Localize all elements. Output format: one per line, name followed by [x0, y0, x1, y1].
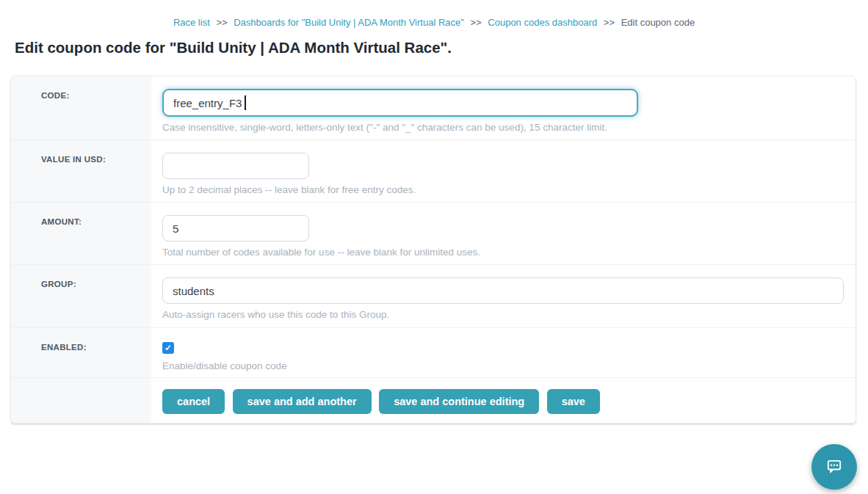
breadcrumb-separator: >>	[471, 17, 482, 28]
coupon-edit-form: CODE: Case insensitive, single-word, let…	[10, 76, 856, 424]
amount-label: AMOUNT:	[11, 203, 151, 264]
group-help-text: Auto-assign racers who use this code to …	[162, 309, 844, 320]
code-help-text: Case insensitive, single-word, letters-o…	[162, 122, 842, 133]
code-label: CODE:	[11, 76, 151, 139]
group-label: GROUP:	[11, 265, 151, 327]
buttons-row-spacer	[11, 378, 151, 423]
form-row-amount: AMOUNT: Total number of codes available …	[11, 203, 856, 265]
page-title: Edit coupon code for "Build Unity | ADA …	[15, 39, 868, 57]
amount-input[interactable]	[162, 215, 309, 241]
enabled-checkbox[interactable]: ✓	[162, 342, 174, 354]
form-row-code: CODE: Case insensitive, single-word, let…	[11, 76, 856, 140]
breadcrumb-separator: >>	[604, 17, 615, 28]
value-in-usd-label: VALUE IN USD:	[11, 140, 151, 202]
breadcrumb-coupon-codes-dashboard[interactable]: Coupon codes dashboard	[488, 17, 597, 28]
breadcrumb: Race list >> Dashboards for "Build Unity…	[0, 0, 868, 28]
text-cursor	[245, 95, 246, 110]
code-input[interactable]	[162, 89, 638, 117]
enabled-label: ENABLED:	[11, 328, 151, 377]
value-in-usd-input[interactable]	[162, 153, 309, 179]
value-in-usd-help-text: Up to 2 decimal places -- leave blank fo…	[162, 184, 842, 195]
form-row-group: GROUP: Auto-assign racers who use this c…	[11, 265, 856, 328]
cancel-button[interactable]: cancel	[162, 389, 225, 414]
breadcrumb-separator: >>	[216, 17, 227, 28]
save-button[interactable]: save	[547, 389, 600, 414]
save-and-continue-editing-button[interactable]: save and continue editing	[379, 389, 539, 414]
breadcrumb-dashboards[interactable]: Dashboards for "Build Unity | ADA Month …	[234, 17, 464, 28]
breadcrumb-race-list[interactable]: Race list	[173, 17, 210, 28]
enabled-help-text: Enable/disable coupon code	[162, 360, 842, 371]
group-input[interactable]	[162, 277, 844, 304]
form-row-buttons: cancel save and add another save and con…	[11, 378, 856, 423]
amount-help-text: Total number of codes available for use …	[162, 247, 842, 258]
chat-fab-button[interactable]	[811, 444, 857, 490]
save-and-add-another-button[interactable]: save and add another	[233, 389, 372, 414]
form-row-value-in-usd: VALUE IN USD: Up to 2 decimal places -- …	[11, 140, 856, 203]
chat-bubble-icon	[824, 457, 845, 477]
breadcrumb-current-page: Edit coupon code	[621, 17, 695, 28]
form-row-enabled: ENABLED: ✓ Enable/disable coupon code	[11, 328, 856, 378]
